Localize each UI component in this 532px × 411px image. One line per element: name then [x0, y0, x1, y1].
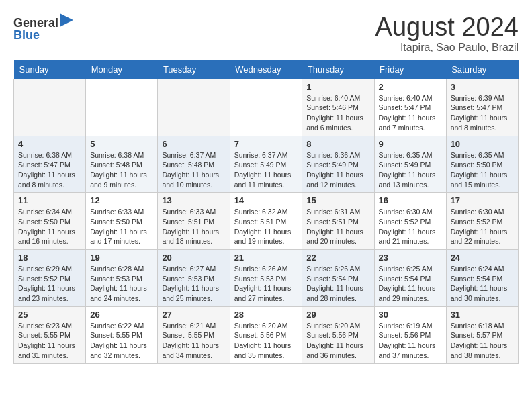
calendar-cell: 10Sunrise: 6:35 AM Sunset: 5:50 PM Dayli…	[446, 136, 518, 193]
day-number: 24	[451, 253, 514, 263]
day-info: Sunrise: 6:20 AM Sunset: 5:56 PM Dayligh…	[306, 321, 369, 361]
day-info: Sunrise: 6:39 AM Sunset: 5:47 PM Dayligh…	[451, 93, 514, 133]
col-header-monday: Monday	[86, 60, 158, 79]
day-number: 6	[162, 139, 225, 149]
day-info: Sunrise: 6:23 AM Sunset: 5:55 PM Dayligh…	[18, 321, 81, 361]
calendar-cell: 30Sunrise: 6:19 AM Sunset: 5:56 PM Dayli…	[374, 306, 446, 363]
calendar-cell: 29Sunrise: 6:20 AM Sunset: 5:56 PM Dayli…	[302, 306, 374, 363]
calendar-cell: 2Sunrise: 6:40 AM Sunset: 5:47 PM Daylig…	[374, 79, 446, 136]
calendar-cell: 25Sunrise: 6:23 AM Sunset: 5:55 PM Dayli…	[14, 306, 86, 363]
day-info: Sunrise: 6:20 AM Sunset: 5:56 PM Dayligh…	[234, 321, 298, 361]
col-header-tuesday: Tuesday	[158, 60, 230, 79]
calendar-cell: 26Sunrise: 6:22 AM Sunset: 5:55 PM Dayli…	[86, 306, 158, 363]
day-number: 2	[379, 82, 442, 92]
calendar-cell: 17Sunrise: 6:30 AM Sunset: 5:52 PM Dayli…	[446, 193, 518, 250]
calendar-cell: 13Sunrise: 6:33 AM Sunset: 5:51 PM Dayli…	[158, 193, 230, 250]
day-number: 1	[306, 82, 369, 92]
calendar-cell: 15Sunrise: 6:31 AM Sunset: 5:51 PM Dayli…	[302, 193, 374, 250]
month-title: August 2024	[375, 13, 519, 42]
calendar-cell: 19Sunrise: 6:28 AM Sunset: 5:53 PM Dayli…	[86, 250, 158, 307]
day-number: 30	[379, 310, 442, 320]
day-number: 21	[234, 253, 298, 263]
day-info: Sunrise: 6:33 AM Sunset: 5:51 PM Dayligh…	[162, 207, 225, 246]
calendar-cell: 31Sunrise: 6:18 AM Sunset: 5:57 PM Dayli…	[446, 306, 518, 363]
calendar-cell: 14Sunrise: 6:32 AM Sunset: 5:51 PM Dayli…	[230, 193, 302, 250]
calendar-table: SundayMondayTuesdayWednesdayThursdayFrid…	[13, 60, 519, 364]
day-number: 18	[18, 253, 81, 263]
day-number: 5	[90, 139, 153, 149]
day-number: 11	[18, 195, 81, 205]
day-number: 29	[306, 310, 369, 320]
day-info: Sunrise: 6:37 AM Sunset: 5:49 PM Dayligh…	[234, 150, 298, 190]
day-info: Sunrise: 6:30 AM Sunset: 5:52 PM Dayligh…	[451, 207, 514, 246]
calendar-cell	[158, 79, 230, 136]
calendar-cell: 24Sunrise: 6:24 AM Sunset: 5:54 PM Dayli…	[446, 250, 518, 307]
day-info: Sunrise: 6:26 AM Sunset: 5:53 PM Dayligh…	[234, 264, 298, 304]
day-number: 4	[18, 139, 81, 149]
calendar-cell: 22Sunrise: 6:26 AM Sunset: 5:54 PM Dayli…	[302, 250, 374, 307]
calendar-cell: 23Sunrise: 6:25 AM Sunset: 5:54 PM Dayli…	[374, 250, 446, 307]
day-number: 13	[162, 195, 225, 205]
day-info: Sunrise: 6:29 AM Sunset: 5:52 PM Dayligh…	[18, 264, 81, 304]
day-info: Sunrise: 6:22 AM Sunset: 5:55 PM Dayligh…	[90, 321, 153, 361]
calendar-cell: 18Sunrise: 6:29 AM Sunset: 5:52 PM Dayli…	[14, 250, 86, 307]
calendar-cell: 9Sunrise: 6:35 AM Sunset: 5:49 PM Daylig…	[374, 136, 446, 193]
day-info: Sunrise: 6:31 AM Sunset: 5:51 PM Dayligh…	[306, 207, 369, 246]
calendar-cell: 1Sunrise: 6:40 AM Sunset: 5:46 PM Daylig…	[302, 79, 374, 136]
calendar-cell: 6Sunrise: 6:37 AM Sunset: 5:48 PM Daylig…	[158, 136, 230, 193]
title-block: August 2024 Itapira, Sao Paulo, Brazil	[375, 13, 519, 54]
day-number: 14	[234, 195, 298, 205]
day-info: Sunrise: 6:37 AM Sunset: 5:48 PM Dayligh…	[162, 150, 225, 190]
day-number: 22	[306, 253, 369, 263]
day-info: Sunrise: 6:18 AM Sunset: 5:57 PM Dayligh…	[451, 321, 514, 361]
calendar-cell	[14, 79, 86, 136]
calendar-cell: 28Sunrise: 6:20 AM Sunset: 5:56 PM Dayli…	[230, 306, 302, 363]
day-info: Sunrise: 6:26 AM Sunset: 5:54 PM Dayligh…	[306, 264, 369, 304]
calendar-cell: 11Sunrise: 6:34 AM Sunset: 5:50 PM Dayli…	[14, 193, 86, 250]
day-number: 10	[451, 139, 514, 149]
day-info: Sunrise: 6:38 AM Sunset: 5:47 PM Dayligh…	[18, 150, 81, 190]
day-number: 9	[379, 139, 442, 149]
day-number: 8	[306, 139, 369, 149]
day-number: 12	[90, 195, 153, 205]
col-header-wednesday: Wednesday	[230, 60, 302, 79]
calendar-row-4: 18Sunrise: 6:29 AM Sunset: 5:52 PM Dayli…	[14, 250, 519, 307]
day-info: Sunrise: 6:40 AM Sunset: 5:46 PM Dayligh…	[306, 93, 369, 133]
logo: General Blue	[13, 13, 73, 42]
calendar-row-2: 4Sunrise: 6:38 AM Sunset: 5:47 PM Daylig…	[14, 136, 519, 193]
day-info: Sunrise: 6:19 AM Sunset: 5:56 PM Dayligh…	[379, 321, 442, 361]
day-info: Sunrise: 6:24 AM Sunset: 5:54 PM Dayligh…	[451, 264, 514, 304]
calendar-cell: 16Sunrise: 6:30 AM Sunset: 5:52 PM Dayli…	[374, 193, 446, 250]
day-info: Sunrise: 6:35 AM Sunset: 5:50 PM Dayligh…	[451, 150, 514, 190]
day-number: 25	[18, 310, 81, 320]
calendar-cell: 4Sunrise: 6:38 AM Sunset: 5:47 PM Daylig…	[14, 136, 86, 193]
day-info: Sunrise: 6:21 AM Sunset: 5:55 PM Dayligh…	[162, 321, 225, 361]
col-header-thursday: Thursday	[302, 60, 374, 79]
calendar-cell: 3Sunrise: 6:39 AM Sunset: 5:47 PM Daylig…	[446, 79, 518, 136]
calendar-header-row: SundayMondayTuesdayWednesdayThursdayFrid…	[14, 60, 519, 79]
day-info: Sunrise: 6:25 AM Sunset: 5:54 PM Dayligh…	[379, 264, 442, 304]
day-info: Sunrise: 6:32 AM Sunset: 5:51 PM Dayligh…	[234, 207, 298, 246]
calendar-cell: 7Sunrise: 6:37 AM Sunset: 5:49 PM Daylig…	[230, 136, 302, 193]
day-number: 31	[451, 310, 514, 320]
calendar-cell	[230, 79, 302, 136]
day-info: Sunrise: 6:33 AM Sunset: 5:50 PM Dayligh…	[90, 207, 153, 246]
day-info: Sunrise: 6:28 AM Sunset: 5:53 PM Dayligh…	[90, 264, 153, 304]
day-number: 7	[234, 139, 298, 149]
day-number: 17	[451, 195, 514, 205]
day-info: Sunrise: 6:34 AM Sunset: 5:50 PM Dayligh…	[18, 207, 81, 246]
calendar-row-5: 25Sunrise: 6:23 AM Sunset: 5:55 PM Dayli…	[14, 306, 519, 363]
svg-marker-0	[60, 13, 73, 27]
day-info: Sunrise: 6:36 AM Sunset: 5:49 PM Dayligh…	[306, 150, 369, 190]
col-header-friday: Friday	[374, 60, 446, 79]
day-info: Sunrise: 6:27 AM Sunset: 5:53 PM Dayligh…	[162, 264, 225, 304]
day-number: 19	[90, 253, 153, 263]
page-header: General Blue August 2024 Itapira, Sao Pa…	[13, 13, 519, 54]
calendar-cell: 12Sunrise: 6:33 AM Sunset: 5:50 PM Dayli…	[86, 193, 158, 250]
calendar-cell: 20Sunrise: 6:27 AM Sunset: 5:53 PM Dayli…	[158, 250, 230, 307]
day-info: Sunrise: 6:40 AM Sunset: 5:47 PM Dayligh…	[379, 93, 442, 133]
calendar-cell: 5Sunrise: 6:38 AM Sunset: 5:48 PM Daylig…	[86, 136, 158, 193]
col-header-saturday: Saturday	[446, 60, 518, 79]
day-info: Sunrise: 6:35 AM Sunset: 5:49 PM Dayligh…	[379, 150, 442, 190]
day-info: Sunrise: 6:30 AM Sunset: 5:52 PM Dayligh…	[379, 207, 442, 246]
